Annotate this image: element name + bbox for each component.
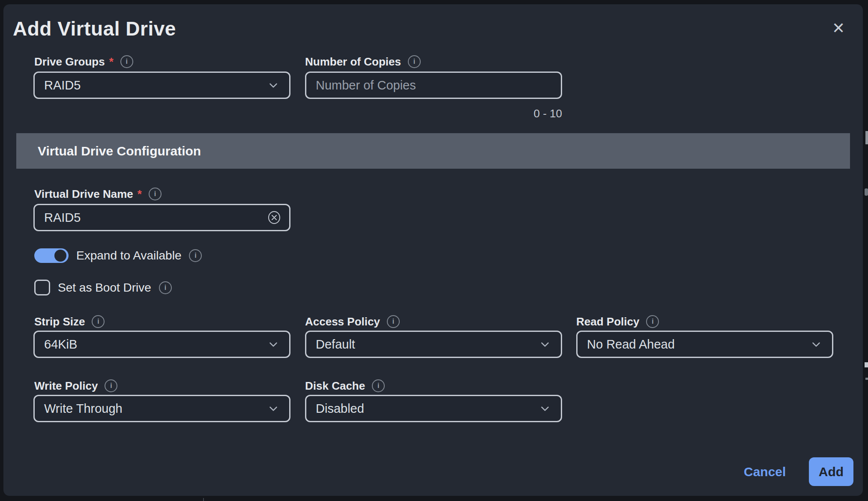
strip-size-label: Strip Size <box>34 315 85 328</box>
strip-size-select[interactable]: 64KiB <box>33 331 290 358</box>
drive-groups-label-row: Drive Groups * i <box>34 54 133 69</box>
access-policy-select[interactable]: Default <box>305 331 562 358</box>
write-policy-value: Write Through <box>44 402 267 416</box>
section-title: Virtual Drive Configuration <box>38 144 201 158</box>
access-policy-label-row: Access Policy i <box>305 314 400 329</box>
disk-cache-select[interactable]: Disabled <box>305 395 562 422</box>
access-policy-label: Access Policy <box>305 315 380 328</box>
virtual-drive-name-label: Virtual Drive Name <box>34 188 133 201</box>
disk-cache-label: Disk Cache <box>305 379 365 393</box>
background-page-fragment <box>865 131 868 144</box>
strip-size-label-row: Strip Size i <box>34 314 105 329</box>
write-policy-label-row: Write Policy i <box>34 379 117 393</box>
info-icon[interactable]: i <box>408 55 421 68</box>
close-button[interactable]: ✕ <box>829 18 848 38</box>
number-of-copies-input[interactable] <box>305 72 562 99</box>
add-button[interactable]: Add <box>809 457 853 486</box>
read-policy-label-row: Read Policy i <box>576 314 659 329</box>
info-icon[interactable]: i <box>372 379 385 392</box>
expand-to-available-row: Expand to Available i <box>34 248 202 263</box>
close-icon: ✕ <box>832 19 845 37</box>
info-icon[interactable]: i <box>646 315 659 328</box>
background-page-fragment <box>865 378 868 380</box>
info-icon[interactable]: i <box>120 55 133 68</box>
chevron-down-icon <box>267 79 280 92</box>
number-of-copies-helper: 0 - 10 <box>305 107 562 120</box>
chevron-down-icon <box>267 338 280 351</box>
chevron-down-icon <box>539 402 551 415</box>
access-policy-value: Default <box>316 337 539 352</box>
cancel-button[interactable]: Cancel <box>741 457 788 486</box>
circle-x-icon <box>267 210 281 225</box>
info-icon[interactable]: i <box>105 379 117 392</box>
expand-to-available-toggle[interactable] <box>34 248 69 263</box>
page-root: { "ui": { "title": "Add Virtual Drive", … <box>0 0 868 501</box>
background-page-fragment <box>865 362 868 367</box>
section-header-virtual-drive-configuration: Virtual Drive Configuration <box>16 133 850 169</box>
read-policy-label: Read Policy <box>576 315 639 328</box>
virtual-drive-name-inputwrap <box>33 204 290 231</box>
number-of-copies-label-row: Number of Copies i <box>305 54 421 69</box>
drive-groups-value: RAID5 <box>44 78 267 92</box>
virtual-drive-name-label-row: Virtual Drive Name * i <box>34 187 162 201</box>
set-as-boot-drive-checkbox[interactable] <box>34 280 50 295</box>
strip-size-value: 64KiB <box>44 337 267 352</box>
drive-groups-select[interactable]: RAID5 <box>33 72 290 99</box>
cancel-button-label: Cancel <box>744 465 786 479</box>
info-icon[interactable]: i <box>189 249 202 262</box>
info-icon[interactable]: i <box>149 188 162 200</box>
info-icon[interactable]: i <box>159 281 172 294</box>
number-of-copies-label: Number of Copies <box>305 55 401 69</box>
write-policy-label: Write Policy <box>34 379 98 393</box>
disk-cache-label-row: Disk Cache i <box>305 379 385 393</box>
expand-to-available-label: Expand to Available <box>76 249 181 262</box>
chevron-down-icon <box>267 402 280 415</box>
background-page-fragment <box>865 188 868 196</box>
chevron-down-icon <box>539 338 551 351</box>
write-policy-select[interactable]: Write Through <box>33 395 290 422</box>
disk-cache-value: Disabled <box>316 402 539 416</box>
toggle-knob <box>54 250 66 262</box>
set-as-boot-drive-label: Set as Boot Drive <box>58 281 151 295</box>
read-policy-select[interactable]: No Read Ahead <box>576 331 833 358</box>
clear-input-button[interactable] <box>267 210 281 225</box>
add-button-label: Add <box>819 465 844 479</box>
chevron-down-icon <box>810 338 823 351</box>
required-asterisk: * <box>109 55 114 69</box>
add-virtual-drive-dialog: Add Virtual Drive ✕ Drive Groups * i Num… <box>3 4 863 496</box>
read-policy-value: No Read Ahead <box>587 337 810 352</box>
drive-groups-label: Drive Groups <box>34 55 105 69</box>
info-icon[interactable]: i <box>92 315 105 328</box>
info-icon[interactable]: i <box>387 315 400 328</box>
dialog-title: Add Virtual Drive <box>13 17 176 40</box>
required-asterisk: * <box>138 188 142 201</box>
virtual-drive-name-input[interactable] <box>35 205 289 230</box>
set-as-boot-drive-row: Set as Boot Drive i <box>34 280 172 295</box>
background-page-fragment <box>203 498 204 501</box>
